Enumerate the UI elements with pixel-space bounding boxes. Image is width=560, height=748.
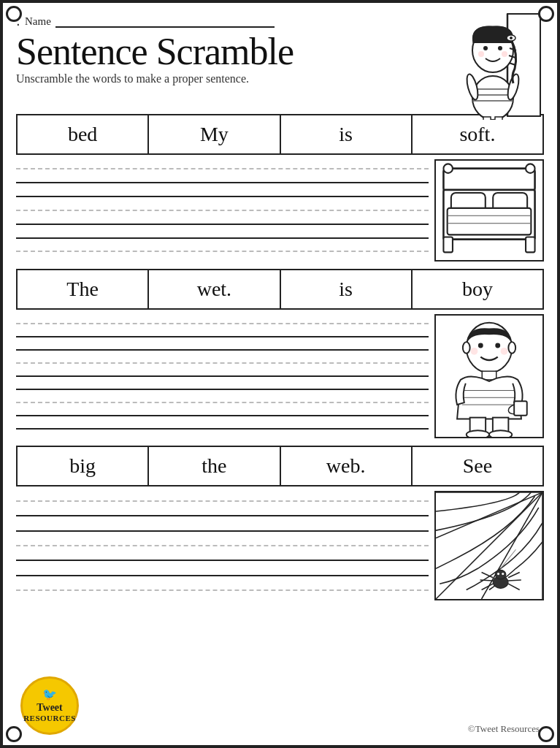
corner-tr xyxy=(538,6,554,22)
svg-point-53 xyxy=(495,570,506,579)
corner-tl xyxy=(6,6,22,22)
svg-point-29 xyxy=(443,164,453,173)
dashed-line-3-1 xyxy=(16,500,429,502)
word-box-1-1: bed xyxy=(18,115,149,153)
solid-line-3-4 xyxy=(16,575,429,576)
word-box-1-3: is xyxy=(281,115,413,153)
writing-section-3 xyxy=(16,491,544,600)
svg-line-50 xyxy=(482,492,542,599)
dashed-line-2-1 xyxy=(16,323,429,324)
svg-point-14 xyxy=(483,46,488,50)
dashed-line-1-2 xyxy=(16,210,429,211)
header: ⁚ Name Sentence Scramble Unscramble the … xyxy=(16,10,544,112)
svg-rect-42 xyxy=(514,401,527,416)
dashed-line-3-2 xyxy=(16,545,429,546)
svg-point-13 xyxy=(510,37,513,39)
sentence-section-1: bed My is soft. xyxy=(16,114,544,262)
solid-line-3-1 xyxy=(16,515,429,516)
corner-br xyxy=(538,726,554,742)
svg-point-60 xyxy=(497,573,499,575)
sentence-section-3: big the web. See xyxy=(16,446,544,600)
image-boy xyxy=(434,314,544,438)
svg-rect-24 xyxy=(448,208,532,235)
solid-line-2-1 xyxy=(16,336,429,337)
svg-rect-28 xyxy=(526,237,535,253)
svg-line-58 xyxy=(508,580,521,581)
svg-line-55 xyxy=(480,580,493,581)
word-boxes-1: bed My is soft. xyxy=(16,114,544,155)
word-box-3-3: web. xyxy=(281,447,413,485)
name-label: Name xyxy=(25,15,51,28)
word-box-3-4: See xyxy=(413,447,542,485)
writing-section-2 xyxy=(16,314,544,438)
svg-point-45 xyxy=(467,430,489,437)
footer-text: ©Tweet Resources xyxy=(468,723,540,734)
logo-circle: 🐦 Tweet RESOURCES xyxy=(20,676,79,735)
name-label-row: ⁚ Name xyxy=(16,13,442,29)
svg-point-35 xyxy=(501,348,508,355)
word-box-1-2: My xyxy=(149,115,280,153)
writing-lines-3 xyxy=(16,491,429,600)
solid-line-2-3 xyxy=(16,375,429,377)
solid-line-2-4 xyxy=(16,389,429,390)
name-area: ⁚ Name Sentence Scramble Unscramble the … xyxy=(16,10,442,91)
solid-line-2-2 xyxy=(16,349,429,351)
svg-point-37 xyxy=(508,342,515,354)
dashed-line-1-3 xyxy=(16,251,429,252)
logo-tweet: Tweet xyxy=(37,702,63,714)
sentence-section-2: The wet. is boy xyxy=(16,269,544,438)
svg-point-32 xyxy=(478,343,483,348)
girl-illustration xyxy=(449,10,544,112)
svg-point-15 xyxy=(498,46,502,50)
svg-point-16 xyxy=(478,51,484,57)
word-box-1-4: soft. xyxy=(413,115,542,153)
corner-bl xyxy=(6,726,22,742)
solid-line-3-2 xyxy=(16,530,429,532)
word-box-2-1: The xyxy=(18,270,149,308)
writing-section-1 xyxy=(16,159,544,262)
solid-line-1-1 xyxy=(16,182,429,183)
word-boxes-2: The wet. is boy xyxy=(16,269,544,310)
dashed-line-2-2 xyxy=(16,362,429,364)
page-subtitle: Unscramble the words to make a proper se… xyxy=(16,72,442,85)
word-boxes-3: big the web. See xyxy=(16,446,544,486)
word-box-2-3: is xyxy=(281,270,413,308)
image-web xyxy=(434,491,544,600)
svg-point-2 xyxy=(472,76,513,120)
svg-point-17 xyxy=(502,51,507,57)
solid-line-3-3 xyxy=(16,560,429,561)
svg-line-59 xyxy=(508,584,520,589)
svg-point-36 xyxy=(463,342,470,354)
word-box-2-2: wet. xyxy=(149,270,280,308)
solid-line-2-5 xyxy=(16,415,429,416)
solid-line-1-4 xyxy=(16,237,429,239)
footer: ©Tweet Resources xyxy=(468,723,540,735)
solid-line-1-3 xyxy=(16,224,429,225)
svg-point-46 xyxy=(489,430,512,437)
name-line[interactable] xyxy=(55,15,275,28)
svg-point-33 xyxy=(495,343,500,348)
word-box-3-1: big xyxy=(18,447,149,485)
svg-rect-20 xyxy=(443,169,534,191)
page: ⁚ Name Sentence Scramble Unscramble the … xyxy=(0,0,560,748)
image-bed xyxy=(434,159,544,262)
solid-line-1-2 xyxy=(16,196,429,197)
dashed-line-1-1 xyxy=(16,168,429,169)
bird-icon: 🐦 xyxy=(42,687,57,701)
word-box-3-2: the xyxy=(149,447,280,485)
dashed-line-2-3 xyxy=(16,402,429,403)
svg-rect-27 xyxy=(443,237,453,253)
writing-lines-1 xyxy=(16,159,429,262)
word-box-2-4: boy xyxy=(413,270,542,308)
svg-line-51 xyxy=(436,492,542,538)
logo-resources: RESOURCES xyxy=(23,714,76,723)
writing-lines-2 xyxy=(16,314,429,438)
dashed-line-3-3 xyxy=(16,589,429,591)
page-title: Sentence Scramble xyxy=(16,31,442,72)
svg-point-34 xyxy=(471,348,478,355)
solid-line-2-6 xyxy=(16,428,429,430)
svg-point-61 xyxy=(502,573,504,575)
svg-point-30 xyxy=(526,164,535,173)
